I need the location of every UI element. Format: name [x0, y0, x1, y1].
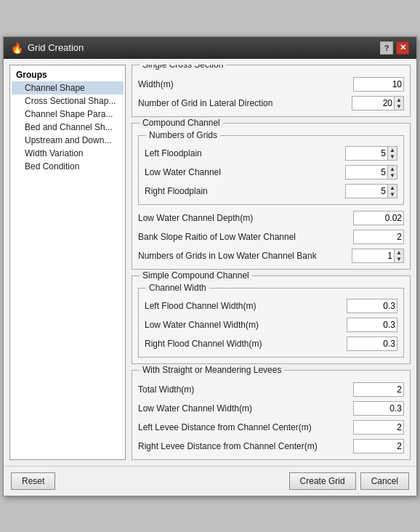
sidebar: Groups Channel Shape Cross Sectional Sha…	[9, 65, 126, 460]
grid-lateral-spin-buttons: ▲ ▼	[394, 96, 404, 110]
grid-lateral-spin-up[interactable]: ▲	[395, 97, 403, 103]
channel-width-box: Channel Width Left Flood Channel Width(m…	[138, 288, 404, 358]
low-water-channel-grid-spin-up[interactable]: ▲	[388, 166, 397, 172]
dialog-window: 🔥 Grid Creation ? ✕ Groups Channel Shape…	[3, 36, 417, 496]
low-water-channel-grid-spin: ▲ ▼	[345, 165, 397, 180]
left-floodplain-input[interactable]	[345, 146, 387, 161]
compound-channel-title: Compound Channel	[140, 118, 223, 128]
sidebar-item-bed-condition[interactable]: Bed Condition	[12, 160, 124, 173]
grids-bank-spin-buttons: ▲ ▼	[394, 249, 404, 263]
left-flood-width-input[interactable]	[347, 299, 397, 313]
low-water-channel-grid-input[interactable]	[345, 165, 387, 180]
low-water-width-row: Low Water Channel Width(m)	[145, 318, 397, 332]
title-bar: 🔥 Grid Creation ? ✕	[4, 37, 416, 59]
depth-input[interactable]	[353, 211, 404, 225]
grids-bank-spin: ▲ ▼	[352, 249, 404, 263]
right-floodplain-spin-buttons: ▲ ▼	[387, 184, 397, 198]
grids-bank-spin-down[interactable]: ▼	[395, 256, 403, 262]
low-water-width-input[interactable]	[347, 318, 397, 332]
left-flood-width-row: Left Flood Channel Width(m)	[145, 299, 397, 313]
sidebar-item-upstream[interactable]: Upstream and Down...	[12, 134, 124, 147]
width-label: Width(m)	[138, 79, 174, 89]
grid-lateral-spin-down[interactable]: ▼	[395, 103, 403, 110]
simple-compound-channel-box: Simple Compound Channel Channel Width Le…	[132, 275, 411, 364]
dialog-body: Groups Channel Shape Cross Sectional Sha…	[4, 59, 416, 466]
single-cross-section-title: Single Cross Section	[140, 65, 226, 70]
low-water-width-label: Low Water Channel Width(m)	[145, 320, 259, 330]
straight-meandering-box: With Straight or Meandering Levees Total…	[132, 370, 411, 460]
grid-lateral-input[interactable]	[352, 96, 394, 110]
right-levee-label: Right Levee Distance from Channel Center…	[138, 441, 318, 451]
grid-lateral-label: Number of Grid in Lateral Direction	[138, 98, 272, 108]
grids-bank-input[interactable]	[352, 249, 394, 263]
numbers-of-grids-title: Numbers of Grids	[146, 130, 220, 140]
main-content: Single Cross Section Width(m) Number of …	[132, 65, 411, 460]
right-floodplain-spin-up[interactable]: ▲	[388, 185, 397, 191]
low-water-channel-grid-spin-down[interactable]: ▼	[388, 172, 397, 179]
grids-bank-spin-up[interactable]: ▲	[395, 249, 403, 256]
total-width-input[interactable]	[353, 382, 404, 397]
depth-row: Low Water Channel Depth(m)	[138, 211, 404, 225]
grids-bank-row: Numbers of Grids in Low Water Channel Ba…	[138, 249, 404, 263]
grid-lateral-spin: ▲ ▼	[352, 96, 404, 110]
grids-bank-label: Numbers of Grids in Low Water Channel Ba…	[138, 251, 317, 261]
sidebar-group-label: Groups	[12, 68, 124, 81]
sidebar-item-channel-shape[interactable]: Channel Shape	[12, 81, 124, 94]
sm-low-water-width-row: Low Water Channel Width(m)	[138, 401, 404, 416]
right-floodplain-spin-down[interactable]: ▼	[388, 191, 397, 198]
bank-slope-row: Bank Slope Raitio of Low Water Channel	[138, 230, 404, 244]
dialog-footer: Reset Create Grid Cancel	[4, 466, 416, 496]
grid-lateral-row: Number of Grid in Lateral Direction ▲ ▼	[138, 96, 404, 110]
total-width-row: Total Width(m)	[138, 382, 404, 397]
right-levee-row: Right Levee Distance from Channel Center…	[138, 439, 404, 454]
sm-low-water-width-input[interactable]	[353, 401, 404, 416]
cancel-button[interactable]: Cancel	[360, 472, 409, 490]
right-floodplain-label: Right Floodplain	[145, 186, 208, 196]
right-floodplain-row: Right Floodplain ▲ ▼	[145, 184, 397, 198]
right-flood-width-row: Right Flood Channel Width(m)	[145, 336, 397, 351]
create-grid-button[interactable]: Create Grid	[289, 472, 356, 490]
title-bar-icon: 🔥	[11, 42, 23, 54]
numbers-of-grids-box: Numbers of Grids Left Floodplain ▲ ▼ Low	[138, 135, 404, 205]
width-input[interactable]	[353, 77, 404, 92]
left-levee-input[interactable]	[353, 420, 404, 435]
sidebar-item-cross-sectional[interactable]: Cross Sectional Shap...	[12, 94, 124, 108]
right-floodplain-input[interactable]	[345, 184, 387, 198]
left-floodplain-spin-buttons: ▲ ▼	[387, 146, 397, 161]
sm-low-water-width-label: Low Water Channel Width(m)	[138, 403, 252, 414]
left-flood-width-label: Left Flood Channel Width(m)	[145, 301, 256, 311]
low-water-channel-grid-label: Low Water Channel	[145, 167, 221, 177]
right-flood-width-label: Right Flood Channel Width(m)	[145, 339, 262, 349]
low-water-channel-grid-spin-buttons: ▲ ▼	[387, 165, 397, 180]
left-floodplain-spin: ▲ ▼	[345, 146, 397, 161]
simple-compound-channel-title: Simple Compound Channel	[140, 270, 252, 281]
sidebar-item-channel-shape-para[interactable]: Channel Shape Para...	[12, 108, 124, 121]
single-cross-section-box: Single Cross Section Width(m) Number of …	[132, 65, 411, 117]
bank-slope-input[interactable]	[353, 230, 404, 244]
straight-meandering-title: With Straight or Meandering Levees	[140, 365, 284, 375]
right-floodplain-spin: ▲ ▼	[345, 184, 397, 198]
close-button[interactable]: ✕	[396, 41, 409, 55]
left-floodplain-spin-down[interactable]: ▼	[388, 153, 397, 160]
depth-label: Low Water Channel Depth(m)	[138, 213, 253, 223]
channel-width-title: Channel Width	[146, 283, 209, 293]
sidebar-item-bed-channel[interactable]: Bed and Channel Sh...	[12, 121, 124, 134]
low-water-channel-grid-row: Low Water Channel ▲ ▼	[145, 165, 397, 180]
total-width-label: Total Width(m)	[138, 384, 194, 395]
left-floodplain-label: Left Floodplain	[145, 148, 202, 158]
width-row: Width(m)	[138, 77, 404, 92]
reset-button[interactable]: Reset	[11, 472, 55, 490]
title-bar-buttons: ? ✕	[380, 41, 409, 55]
left-floodplain-row: Left Floodplain ▲ ▼	[145, 146, 397, 161]
left-floodplain-spin-up[interactable]: ▲	[388, 147, 397, 153]
left-levee-label: Left Levee Distance from Channel Center(…	[138, 422, 312, 432]
left-levee-row: Left Levee Distance from Channel Center(…	[138, 420, 404, 435]
right-levee-input[interactable]	[353, 439, 404, 454]
right-flood-width-input[interactable]	[347, 336, 397, 351]
compound-channel-box: Compound Channel Numbers of Grids Left F…	[132, 123, 411, 270]
title-bar-title: Grid Creation	[28, 42, 84, 53]
help-button[interactable]: ?	[380, 41, 393, 55]
sidebar-item-width-variation[interactable]: Width Variation	[12, 147, 124, 160]
bank-slope-label: Bank Slope Raitio of Low Water Channel	[138, 232, 296, 242]
